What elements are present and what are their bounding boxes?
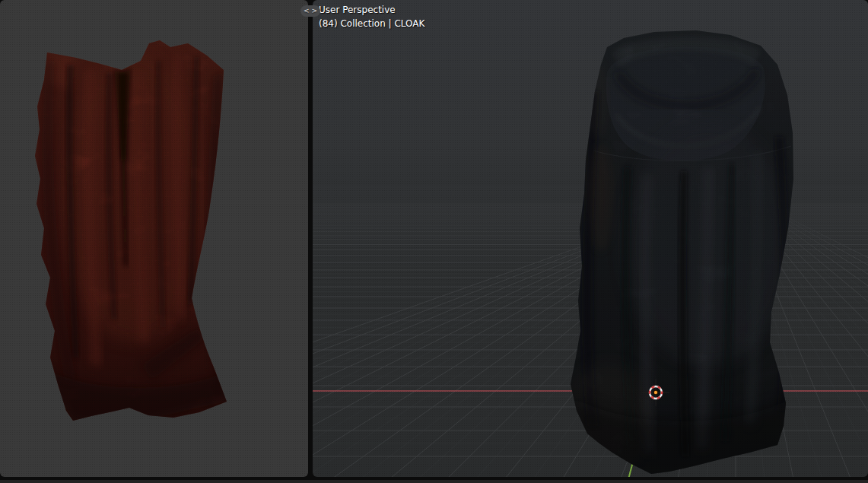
chevron-right-icon: >: [312, 8, 318, 14]
red-cloak-mesh[interactable]: [30, 34, 236, 430]
viewport-3d[interactable]: User Perspective (84) Collection | CLOAK: [313, 0, 868, 477]
editor-resize-widget[interactable]: < >: [300, 5, 320, 17]
blender-window: < >: [0, 0, 868, 483]
viewport-scene: [313, 0, 868, 477]
status-bar-edge: [0, 480, 868, 483]
dark-cloak-mesh[interactable]: [567, 27, 799, 477]
left-3d-viewport[interactable]: [0, 0, 308, 477]
chevron-left-icon: <: [304, 8, 310, 14]
red-cloak-scene: [0, 0, 308, 477]
